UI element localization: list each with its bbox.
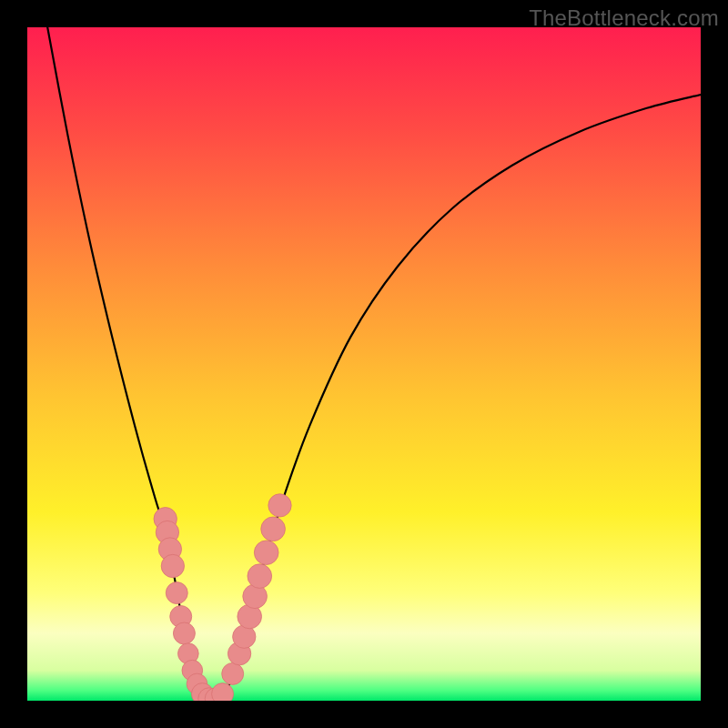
data-marker — [248, 564, 272, 589]
gradient-background — [27, 27, 701, 701]
data-marker — [166, 582, 187, 604]
watermark-text: TheBottleneck.com — [529, 5, 719, 31]
data-marker — [254, 541, 278, 565]
data-marker — [222, 662, 244, 684]
chart-frame: TheBottleneck.com — [0, 0, 728, 728]
data-marker — [212, 683, 234, 701]
chart-svg — [27, 27, 701, 701]
data-marker — [173, 622, 195, 644]
data-marker — [161, 554, 184, 577]
data-marker — [261, 517, 286, 541]
data-marker — [268, 494, 291, 517]
plot-area — [27, 27, 701, 701]
